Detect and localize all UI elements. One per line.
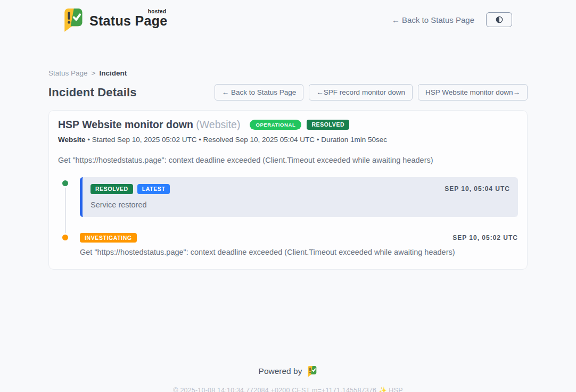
breadcrumb-current: Incident: [99, 69, 127, 77]
incident-nav-buttons: ← Back to Status Page ←SPF record monito…: [215, 84, 528, 101]
timeline-entry-investigating: INVESTIGATING SEP 10, 05:02 UTC Get "htt…: [58, 233, 518, 257]
logo-title: Status Page: [89, 13, 167, 29]
breadcrumb-separator: >: [92, 69, 96, 77]
powered-by-logo-icon[interactable]: [307, 365, 317, 377]
incident-title: HSP Website monitor down: [58, 119, 193, 130]
breadcrumb-status-page[interactable]: Status Page: [48, 69, 88, 77]
timeline-timestamp: SEP 10, 05:04 UTC: [445, 185, 510, 193]
incident-meta: Website • Started Sep 10, 2025 05:02 UTC…: [58, 136, 518, 144]
resolved-status-badge: RESOLVED: [307, 120, 349, 130]
operational-status-badge: OPERATIONAL: [250, 120, 301, 130]
timeline-resolved-badge: RESOLVED: [90, 184, 133, 194]
contrast-icon: [495, 15, 504, 24]
breadcrumb: Status Page>Incident: [48, 69, 528, 77]
incident-meta-details: • Started Sep 10, 2025 05:02 UTC • Resol…: [87, 136, 387, 144]
logo[interactable]: hosted Status Page: [62, 7, 167, 32]
theme-toggle-button[interactable]: [486, 12, 512, 27]
timeline-message: Service restored: [90, 201, 510, 209]
prev-incident-button[interactable]: ←SPF record monitor down: [309, 84, 413, 101]
incident-card: HSP Website monitor down (Website) OPERA…: [48, 110, 528, 270]
copyright-text: © 2025-10-08 14:10:34.772084 +0200 CEST …: [0, 386, 576, 392]
timeline-entry-resolved: RESOLVED LATEST SEP 10, 05:04 UTC Servic…: [58, 177, 518, 217]
incident-service-label: (Website): [196, 119, 240, 130]
incident-description: Get "https://hostedstatus.page": context…: [58, 156, 518, 164]
powered-by: Powered by: [0, 365, 576, 377]
timeline-dot-investigating: [61, 233, 70, 242]
timeline-timestamp: SEP 10, 05:02 UTC: [452, 234, 518, 241]
page-title: Incident Details: [48, 86, 137, 99]
timeline-investigating-badge: INVESTIGATING: [80, 233, 137, 243]
timeline-dot-resolved: [61, 179, 70, 188]
timeline-latest-badge: LATEST: [137, 184, 170, 194]
next-incident-button[interactable]: HSP Website monitor down→: [418, 84, 528, 101]
incident-service-name: Website: [58, 136, 86, 144]
back-to-status-page-link[interactable]: ← Back to Status Page: [392, 15, 474, 24]
timeline-message: Get "https://hostedstatus.page": context…: [80, 248, 518, 256]
incident-timeline: RESOLVED LATEST SEP 10, 05:04 UTC Servic…: [58, 177, 518, 256]
status-page-logo-icon: [62, 7, 84, 32]
main-content: Status Page>Incident Incident Details ← …: [48, 69, 528, 270]
powered-by-label: Powered by: [259, 366, 302, 376]
back-to-status-page-button[interactable]: ← Back to Status Page: [215, 84, 304, 101]
footer: Powered by © 2025-10-08 14:10:34.772084 …: [0, 365, 576, 392]
header: hosted Status Page ← Back to Status Page: [0, 0, 576, 32]
